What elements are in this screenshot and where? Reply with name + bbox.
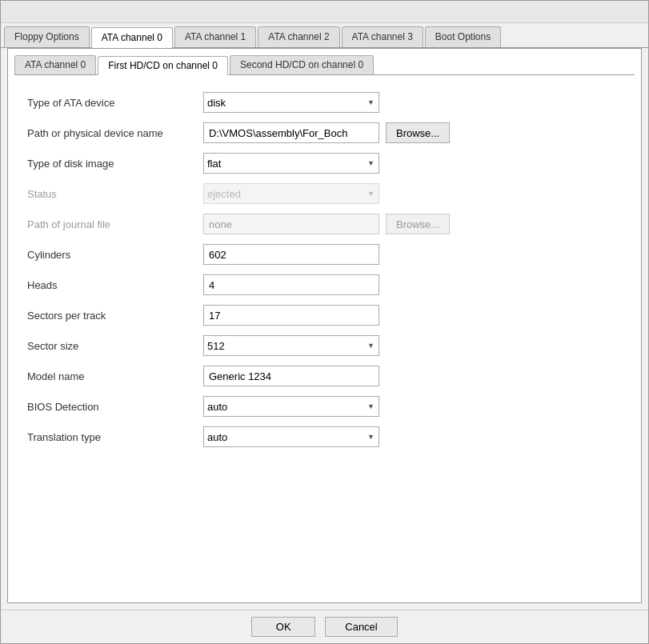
form-row-status: Statusejectedinserted	[27, 182, 622, 205]
browse-button-path-journal-file: Browse...	[386, 214, 450, 234]
form-row-bios-detection: BIOS Detectionautocmosnone	[27, 395, 622, 418]
outer-tab-bar: Floppy OptionsATA channel 0ATA channel 1…	[1, 23, 648, 48]
label-path-journal-file: Path of journal file	[27, 218, 203, 230]
outer-tab-2[interactable]: ATA channel 1	[174, 26, 256, 47]
outer-tab-3[interactable]: ATA channel 2	[258, 26, 339, 47]
browse-button-path-device-name[interactable]: Browse...	[386, 122, 450, 143]
input-path-device-name[interactable]	[203, 122, 379, 143]
select-type-ata-device[interactable]: diskcdromnone	[203, 92, 379, 113]
form-area: Type of ATA devicediskcdromnonePath or p…	[14, 85, 635, 454]
form-row-sectors-per-track: Sectors per track	[27, 304, 622, 326]
label-sectors-per-track: Sectors per track	[27, 310, 203, 322]
form-row-translation-type: Translation typeautononelbalargerechsech…	[27, 426, 622, 448]
select-status: ejectedinserted	[203, 183, 379, 204]
form-row-model-name: Model name	[27, 365, 622, 387]
input-sectors-per-track[interactable]	[203, 305, 379, 326]
cancel-button[interactable]: Cancel	[325, 617, 397, 637]
select-translation-type[interactable]: autononelbalargerechsechs	[203, 426, 379, 447]
form-row-path-journal-file: Path of journal fileBrowse...	[27, 213, 622, 235]
ok-button[interactable]: OK	[251, 617, 315, 637]
form-row-type-disk-image: Type of disk imageflatgrowingvmware3vmwa…	[27, 152, 622, 174]
select-wrapper-status: ejectedinserted	[203, 183, 379, 204]
bottom-bar: OK Cancel	[1, 610, 648, 643]
label-type-ata-device: Type of ATA device	[27, 97, 203, 109]
main-window: Floppy OptionsATA channel 0ATA channel 1…	[0, 0, 649, 644]
select-bios-detection[interactable]: autocmosnone	[203, 396, 379, 417]
label-sector-size: Sector size	[27, 340, 203, 352]
input-path-journal-file	[203, 214, 379, 234]
form-row-sector-size: Sector size51210244096	[27, 334, 622, 357]
outer-tab-1[interactable]: ATA channel 0	[91, 27, 173, 48]
select-wrapper-translation-type: autononelbalargerechsechs	[203, 426, 379, 447]
select-wrapper-type-ata-device: diskcdromnone	[203, 92, 379, 113]
title-bar	[1, 1, 648, 23]
form-row-heads: Heads	[27, 274, 622, 296]
label-type-disk-image: Type of disk image	[27, 158, 203, 170]
form-row-path-device-name: Path or physical device nameBrowse...	[27, 122, 622, 144]
select-wrapper-bios-detection: autocmosnone	[203, 396, 379, 417]
label-translation-type: Translation type	[27, 431, 203, 443]
input-model-name[interactable]	[203, 366, 379, 386]
select-wrapper-sector-size: 51210244096	[203, 335, 379, 356]
label-bios-detection: BIOS Detection	[27, 401, 203, 413]
input-cylinders[interactable]	[203, 244, 379, 265]
label-status: Status	[27, 188, 203, 200]
input-heads[interactable]	[203, 274, 379, 295]
select-sector-size[interactable]: 51210244096	[203, 335, 379, 356]
label-heads: Heads	[27, 279, 203, 291]
outer-tab-4[interactable]: ATA channel 3	[342, 26, 423, 47]
main-content-area: ATA channel 0First HD/CD on channel 0Sec…	[7, 48, 642, 603]
label-model-name: Model name	[27, 370, 203, 382]
outer-tab-5[interactable]: Boot Options	[425, 26, 501, 47]
label-cylinders: Cylinders	[27, 249, 203, 261]
outer-tab-0[interactable]: Floppy Options	[4, 26, 90, 47]
inner-tab-2[interactable]: Second HD/CD on channel 0	[230, 55, 374, 74]
select-wrapper-type-disk-image: flatgrowingvmware3vmware4vpcvbox	[203, 153, 379, 174]
label-path-device-name: Path or physical device name	[27, 127, 203, 139]
form-row-cylinders: Cylinders	[27, 243, 622, 266]
inner-tab-1[interactable]: First HD/CD on channel 0	[98, 56, 228, 75]
inner-tab-bar: ATA channel 0First HD/CD on channel 0Sec…	[14, 55, 635, 75]
select-type-disk-image[interactable]: flatgrowingvmware3vmware4vpcvbox	[203, 153, 379, 174]
form-row-type-ata-device: Type of ATA devicediskcdromnone	[27, 91, 622, 114]
inner-tab-0[interactable]: ATA channel 0	[14, 55, 96, 74]
